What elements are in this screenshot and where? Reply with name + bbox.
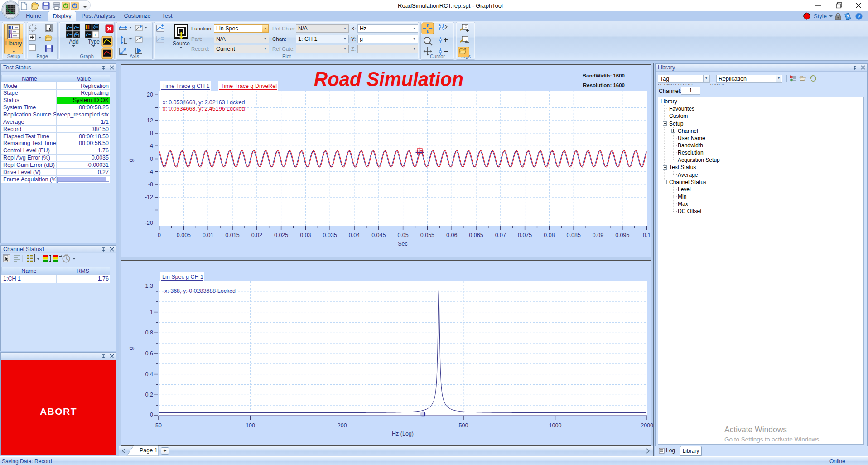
svg-text:x: 0.0534668, y: 2.02163 Locke: x: 0.0534668, y: 2.02163 Locked [163,99,245,106]
svg-text:x: 368, y: 0.0283688 Locked: x: 368, y: 0.0283688 Locked [164,288,236,294]
svg-text:0.005: 0.005 [177,232,191,238]
svg-text:0.1: 0.1 [643,232,651,238]
svg-text:100: 100 [246,422,255,429]
svg-text:T.: T. [94,33,97,37]
svg-text:0.03: 0.03 [300,232,311,238]
svg-text:0.055: 0.055 [420,232,434,238]
svg-text:?: ? [858,14,861,19]
svg-text:0.06: 0.06 [446,232,457,238]
svg-text:0.2: 0.2 [145,392,153,398]
svg-text:0.065: 0.065 [469,232,483,238]
svg-text:0.6: 0.6 [145,350,153,357]
svg-text:g: g [128,159,134,162]
svg-text:Sec: Sec [398,241,408,247]
svg-text:-8: -8 [148,181,153,188]
svg-text:8: 8 [150,130,153,136]
svg-text:Hz (Log): Hz (Log) [392,431,414,437]
svg-text:Time Trace g CH 1: Time Trace g CH 1 [162,83,209,89]
svg-text:0: 0 [150,412,153,418]
svg-text:0.035: 0.035 [323,232,337,238]
svg-text:0.4: 0.4 [145,371,153,378]
svg-text:Style: Style [814,13,827,19]
svg-text:1.3: 1.3 [145,283,153,289]
svg-text:0: 0 [158,232,161,238]
svg-text:0.075: 0.075 [518,232,532,238]
svg-text:0.8: 0.8 [145,329,153,336]
svg-text:0.04: 0.04 [349,232,360,238]
svg-text:0.07: 0.07 [495,232,506,238]
svg-text:0.045: 0.045 [371,232,386,238]
svg-text:200: 200 [338,422,347,429]
svg-text:4: 4 [150,143,153,149]
svg-text:12: 12 [147,117,153,124]
svg-text:Resolution: 1600: Resolution: 1600 [583,82,625,88]
svg-text:0: 0 [150,156,153,162]
svg-text:0.095: 0.095 [615,232,629,238]
svg-text:500: 500 [459,422,468,429]
svg-text:1: 1 [150,309,153,315]
svg-text:0.015: 0.015 [225,232,239,238]
svg-text:-4: -4 [148,169,153,175]
svg-text:g: g [128,347,134,350]
svg-text:0.05: 0.05 [397,232,408,238]
svg-text:x: 0.0534668, y: 2.45196 Locke: x: 0.0534668, y: 2.45196 Locked [163,106,245,112]
svg-text:BandWidth: 1600: BandWidth: 1600 [583,73,625,78]
svg-text:-12: -12 [145,194,153,200]
svg-text:2000: 2000 [641,422,653,429]
svg-text:20: 20 [147,92,153,98]
svg-text:0.01: 0.01 [203,232,213,238]
svg-text:Road Simulation: Road Simulation [314,68,463,91]
svg-text:Lin Spec g CH 1: Lin Spec g CH 1 [162,274,203,280]
svg-text:0.02: 0.02 [251,232,262,238]
svg-text:0.085: 0.085 [567,232,581,238]
svg-text:-20: -20 [145,220,153,226]
svg-text:50: 50 [155,422,162,429]
svg-text:0.09: 0.09 [593,232,603,238]
svg-text:1000: 1000 [549,422,562,429]
svg-text:0.08: 0.08 [544,232,555,238]
svg-text:Time Trace g DriveRef: Time Trace g DriveRef [221,83,277,89]
svg-text:0.025: 0.025 [274,232,288,238]
